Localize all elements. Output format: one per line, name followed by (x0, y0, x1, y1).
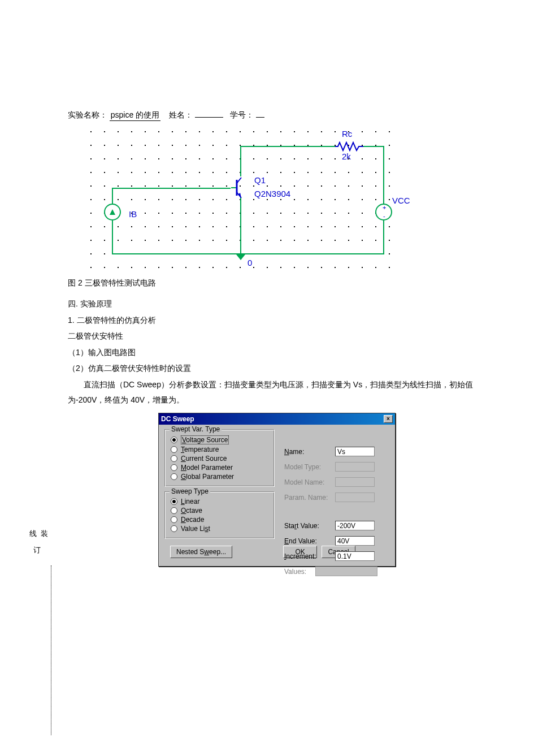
wire (240, 197, 241, 254)
transistor-icon (229, 174, 251, 199)
dialog-title: DC Sweep (161, 415, 194, 423)
section-sub2: 二极管伏安特性 (68, 329, 500, 344)
swept-var-group: Swept Var. Type Voltage Source Temperatu… (164, 429, 275, 487)
wire (383, 146, 384, 204)
values-label: Values: (284, 568, 315, 576)
dialog-titlebar[interactable]: DC Sweep × (159, 413, 395, 425)
inc-label: Increment: (284, 552, 335, 560)
student-name-label: 姓名： (169, 110, 193, 119)
radio-global-parameter[interactable]: Global Parameter (171, 473, 270, 481)
field-start: Start Value: (284, 521, 392, 530)
binding-margin-dots (51, 565, 51, 735)
radio-icon (171, 437, 177, 443)
radio-icon (171, 516, 177, 523)
section-desc: 直流扫描（DC Sweep）分析参数设置：扫描变量类型为电压源，扫描变量为 Vs… (68, 377, 500, 407)
radio-icon (171, 473, 177, 480)
figure-caption: 图 2 三极管特性测试电路 (68, 278, 500, 288)
name-label: Name: (284, 448, 335, 456)
wire (112, 253, 384, 254)
radio-icon (171, 464, 177, 471)
sweep-type-group: Sweep Type Linear Octave Decade Value Li… (164, 491, 275, 539)
radio-linear[interactable]: Linear (171, 498, 270, 506)
model-type-label: Model Type: (284, 463, 335, 471)
side-ding: 订 (33, 546, 41, 554)
dialog-fields: Name: Model Type: Model Name: Param. Nam… (284, 444, 392, 582)
values-input (315, 567, 377, 576)
field-param-name: Param. Name: (284, 493, 392, 502)
q1-model: Q2N3904 (254, 189, 290, 198)
radio-icon (171, 455, 177, 462)
field-model-type: Model Type: (284, 462, 392, 472)
name-input[interactable] (335, 447, 375, 456)
body-text: 四. 实验原理 1. 二极管特性的仿真分析 二极管伏安特性 （1）输入图电路图 … (68, 296, 500, 407)
voltage-source-icon: + - (375, 204, 392, 221)
section-sub1: 1. 二极管特性的仿真分析 (68, 313, 500, 328)
section-step1: （1）输入图电路图 (68, 345, 500, 360)
radio-model-parameter[interactable]: Model Parameter (171, 464, 270, 472)
page: 实验名称： pspice 的使用 姓名： 学号： // dot grid dra… (0, 0, 534, 589)
student-id-blank (256, 117, 264, 118)
radio-temperature[interactable]: Temperature (171, 446, 270, 453)
section-step2: （2）仿真二极管伏安特性时的设置 (68, 361, 500, 376)
student-id-label: 学号： (230, 110, 254, 119)
current-source-icon (104, 204, 121, 221)
wire (383, 221, 384, 254)
wire (362, 146, 384, 147)
rc-value: 2k (342, 152, 351, 161)
close-icon[interactable]: × (384, 415, 393, 423)
model-type-input (335, 462, 375, 472)
side-zhuang: 装 (41, 529, 48, 538)
param-name-label: Param. Name: (284, 494, 335, 502)
ground-icon (236, 254, 245, 260)
radio-octave[interactable]: Octave (171, 507, 270, 515)
field-increment: Increment: (284, 551, 392, 561)
nested-sweep-button[interactable]: Nested Sweep... (170, 546, 232, 558)
sweep-type-legend: Sweep Type (170, 487, 210, 495)
radio-icon (171, 498, 177, 505)
model-name-input (335, 477, 375, 487)
resistor-icon (335, 141, 363, 152)
lab-name-label: 实验名称： (68, 110, 107, 119)
wire (112, 221, 113, 254)
start-label: Start Value: (284, 522, 335, 530)
wire (112, 188, 231, 189)
param-name-input (335, 493, 375, 502)
q1-label: Q1 (254, 175, 266, 185)
start-input[interactable] (335, 521, 375, 530)
rc-label: Rc (342, 129, 352, 139)
radio-icon (171, 525, 177, 532)
binding-margin-text: 线 装 订 (29, 526, 48, 558)
section-title: 四. 实验原理 (68, 296, 500, 312)
radio-voltage-source[interactable]: Voltage Source (171, 435, 270, 444)
end-input[interactable] (335, 536, 375, 546)
radio-icon (171, 507, 177, 514)
swept-var-legend: Swept Var. Type (170, 425, 222, 433)
wire (240, 146, 241, 176)
radio-icon (171, 446, 177, 453)
model-name-label: Model Name: (284, 478, 335, 486)
wire (240, 146, 336, 147)
radio-decade[interactable]: Decade (171, 516, 270, 524)
wire (112, 188, 113, 204)
field-end: End Value: (284, 536, 392, 546)
field-values: Values: (284, 567, 392, 576)
radio-value-list[interactable]: Value List (171, 525, 270, 533)
header-line: 实验名称： pspice 的使用 姓名： 学号： (68, 110, 500, 121)
side-xian: 线 (29, 529, 37, 538)
field-model-name: Model Name: (284, 477, 392, 487)
end-label: End Value: (284, 537, 335, 545)
lab-name-value: pspice 的使用 (110, 110, 160, 121)
radio-current-source[interactable]: Current Source (171, 455, 270, 463)
arrow-up-icon (110, 209, 115, 215)
circuit-schematic: // dot grid drawn later after data load (85, 126, 401, 273)
vcc-label: VCC (392, 196, 410, 205)
ib-label: IB (129, 209, 137, 219)
field-name: Name: (284, 447, 392, 456)
dc-sweep-dialog: DC Sweep × Swept Var. Type Voltage Sourc… (158, 413, 396, 567)
inc-input[interactable] (335, 551, 375, 561)
student-name-blank (195, 117, 223, 118)
gnd-label: 0 (248, 258, 252, 267)
